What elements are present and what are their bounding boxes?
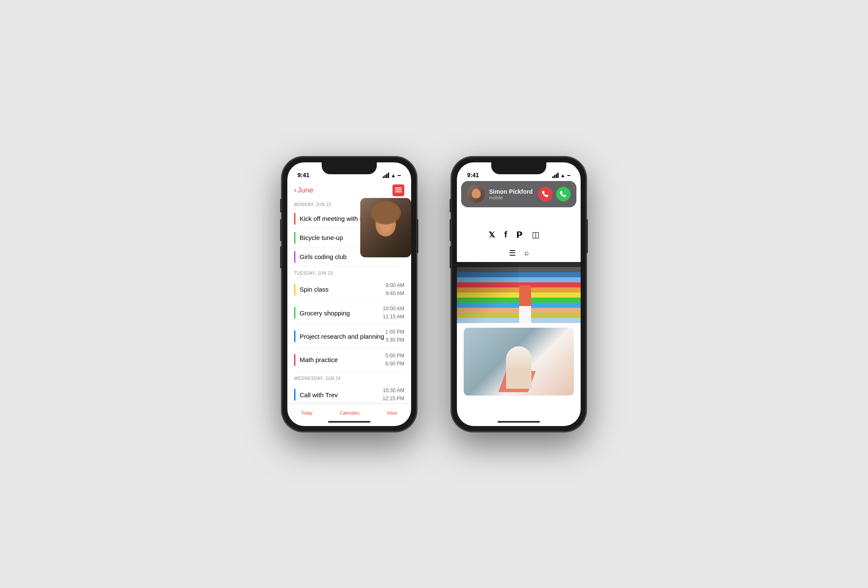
event-time: 1:00 PM 3:30 PM — [385, 328, 404, 344]
call-type: mobile — [489, 195, 538, 200]
social-icons-row: 𝕏 f 𝗣 ◫ — [457, 221, 581, 246]
signal-bar-1 — [383, 176, 384, 178]
signal-bar-3 — [556, 174, 557, 178]
event-color-dot — [294, 330, 295, 342]
day-section-tuesday: TUESDAY, JUN 23 Spin class 9:00 AM 9:40 … — [287, 267, 411, 372]
day-label-tuesday: TUESDAY, JUN 23 — [294, 267, 404, 278]
diamond-shape — [498, 371, 536, 392]
notch — [491, 162, 546, 174]
event-spin[interactable]: Spin class 9:00 AM 9:40 AM — [294, 278, 404, 301]
menu-icon[interactable]: ☰ — [509, 248, 516, 258]
web-content: 𝕏 f 𝗣 ◫ ☰ ⌕ — [457, 181, 581, 426]
signal-icon — [552, 173, 559, 178]
status-icons: ▲ — [383, 173, 401, 178]
event-name: Project research and planning — [300, 333, 385, 340]
signal-bar-1 — [552, 176, 554, 178]
svg-rect-1 — [395, 189, 402, 190]
event-time: 10:30 AM 12:15 PM — [383, 387, 404, 403]
home-indicator — [328, 421, 370, 423]
signal-bar-2 — [384, 175, 386, 178]
pinterest-icon[interactable]: 𝗣 — [516, 230, 523, 240]
event-name: Math practice — [300, 356, 385, 363]
event-math[interactable]: Math practice 5:00 PM 6:00 PM — [294, 348, 404, 372]
chevron-left-icon: ‹ — [294, 186, 297, 195]
status-time: 9:41 — [467, 172, 479, 178]
figure-body — [519, 285, 531, 323]
contact-photo — [360, 198, 411, 257]
wifi-icon: ▲ — [560, 173, 565, 178]
hero-figure — [519, 285, 531, 323]
phone-calendar: 9:41 ▲ ‹ J — [281, 156, 417, 432]
tab-today[interactable]: Today — [301, 411, 313, 415]
battery-icon — [567, 175, 570, 176]
event-time: 10:00 AM 11:15 AM — [383, 305, 404, 321]
phone-safari: 9:41 ▲ Simon Pickford mob — [451, 156, 587, 432]
status-time: 9:41 — [298, 172, 309, 178]
home-indicator — [498, 421, 540, 423]
day-section-wednesday: WEDNESDAY, JUN 24 Call with Trev 10:30 A… — [287, 372, 411, 403]
svg-rect-2 — [395, 191, 402, 192]
phone-accept-icon — [560, 191, 567, 198]
event-color-dot — [294, 389, 295, 401]
event-time: 9:00 AM 9:40 AM — [386, 281, 404, 298]
list-view-button[interactable] — [392, 184, 404, 196]
battery-icon — [398, 175, 401, 176]
signal-icon — [383, 173, 389, 178]
diagonal-overlay — [457, 262, 519, 323]
volume-down-button — [450, 246, 451, 268]
event-color-dot — [294, 251, 295, 263]
calendar-content: ‹ June — [287, 181, 411, 426]
calendar-scroll[interactable]: MONDAY, JUN 22 Kick off meeting with Ron… — [287, 198, 411, 403]
volume-up-button — [280, 219, 282, 241]
event-name: Call with Trev — [300, 391, 383, 399]
signal-bar-4 — [557, 173, 559, 178]
calendar-screen: 9:41 ▲ ‹ J — [287, 162, 411, 426]
power-button — [586, 219, 588, 253]
hero-image — [457, 262, 581, 323]
back-button[interactable]: ‹ June — [294, 186, 313, 195]
caller-avatar — [467, 185, 485, 203]
tab-calendars[interactable]: Calendars — [340, 411, 359, 415]
signal-bar-2 — [554, 175, 555, 178]
list-icon — [395, 187, 402, 194]
event-name: Grocery shopping — [300, 309, 383, 317]
search-icon[interactable]: ⌕ — [524, 248, 529, 257]
caller-info: Simon Pickford mobile — [489, 188, 538, 200]
tab-inbox[interactable]: Inbox — [387, 411, 397, 415]
phone-decline-icon — [542, 191, 549, 198]
call-banner: Simon Pickford mobile — [461, 181, 576, 207]
accept-call-button[interactable] — [556, 187, 570, 201]
event-name: Spin class — [300, 286, 386, 293]
safari-screen: 9:41 ▲ Simon Pickford mob — [457, 162, 581, 426]
mute-button — [450, 199, 451, 212]
day-label-wednesday: WEDNESDAY, JUN 24 — [294, 372, 404, 383]
calendar-header: ‹ June — [287, 181, 411, 198]
event-color-dot — [294, 232, 295, 244]
event-project[interactable]: Project research and planning 1:00 PM 3:… — [294, 325, 404, 348]
contact-photo-image — [360, 198, 411, 257]
event-color-dot — [294, 284, 295, 295]
event-call-trev[interactable]: Call with Trev 10:30 AM 12:15 PM — [294, 383, 404, 403]
event-color-dot — [294, 213, 295, 225]
twitter-icon[interactable]: 𝕏 — [489, 230, 495, 240]
notch — [322, 162, 377, 174]
instagram-icon[interactable]: ◫ — [532, 230, 540, 240]
event-time: 5:00 PM 6:00 PM — [385, 352, 404, 368]
month-label: June — [298, 186, 313, 195]
volume-up-button — [450, 219, 451, 241]
signal-bar-4 — [388, 173, 389, 178]
signal-bar-3 — [386, 174, 387, 178]
decline-call-button[interactable] — [538, 187, 553, 201]
volume-down-button — [280, 246, 282, 268]
event-color-dot — [294, 354, 295, 366]
facebook-icon[interactable]: f — [504, 230, 507, 240]
scene: 9:41 ▲ ‹ J — [281, 156, 587, 432]
second-image — [464, 328, 574, 396]
caller-name: Simon Pickford — [489, 188, 538, 195]
status-icons: ▲ — [552, 173, 570, 178]
mute-button — [280, 199, 282, 212]
svg-rect-0 — [395, 187, 402, 188]
event-grocery[interactable]: Grocery shopping 10:00 AM 11:15 AM — [294, 301, 404, 325]
nav-icons-row: ☰ ⌕ — [457, 246, 581, 262]
event-color-dot — [294, 307, 295, 319]
